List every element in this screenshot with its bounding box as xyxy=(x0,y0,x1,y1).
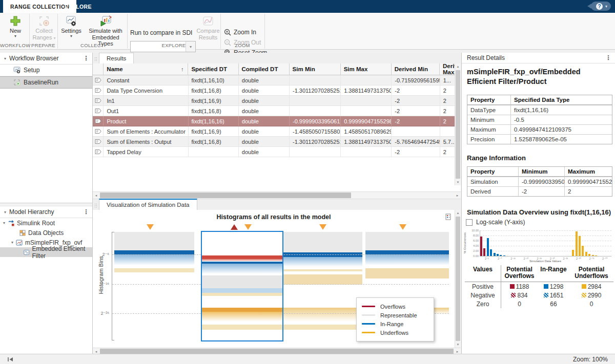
table-row[interactable]: Out1fixdt(1,16,8)double-22 xyxy=(93,106,455,116)
col-derived-max[interactable]: Derived Max xyxy=(440,63,455,75)
legend-item: Overflows xyxy=(362,302,428,311)
histogram-band xyxy=(365,268,449,279)
scroll-down-icon[interactable]: ▼ xyxy=(455,341,461,348)
kebab-menu-icon[interactable]: ⋮ xyxy=(605,54,611,61)
table-row[interactable]: Sum of Elements : Accumulatorfixdt(1,16,… xyxy=(93,126,455,137)
results-horizontal-scrollbar[interactable]: ◄ ► xyxy=(93,191,461,199)
tab-results[interactable]: Results xyxy=(99,53,134,63)
collapse-icon[interactable]: ▾ xyxy=(4,210,6,215)
scroll-up-icon[interactable]: ▲ xyxy=(455,210,461,216)
tab-explore[interactable]: EXPLORE xyxy=(57,0,99,13)
cell-name: Sum of Elements : Accumulator xyxy=(104,126,188,136)
collapse-icon[interactable]: ▾ xyxy=(11,240,13,245)
table-row[interactable]: Data Type Conversionfixdt(1,16,8)double-… xyxy=(93,85,455,96)
settings-button[interactable]: Settings ▾ xyxy=(59,15,83,38)
panel-grip-icon[interactable] xyxy=(94,203,97,208)
cell-sim_max: 1.3881149731375073 xyxy=(341,85,392,95)
results-table-header[interactable]: Name↑ Specified DT Compiled DT Sim Min S… xyxy=(93,63,455,75)
new-button[interactable]: New ▾ xyxy=(4,15,27,38)
scroll-right-icon[interactable]: ► xyxy=(454,192,461,199)
col-specified-dt[interactable]: Specified DT xyxy=(188,63,238,75)
tree-item-simulink-root[interactable]: ▾ Simulink Root xyxy=(0,218,92,228)
collapse-icon[interactable]: ▾ xyxy=(4,56,6,61)
chevron-down-icon: ▾ xyxy=(14,34,16,38)
kebab-menu-icon[interactable]: ⋮ xyxy=(83,55,89,62)
col-derived-min[interactable]: Derived Min xyxy=(392,63,440,75)
sidebar: ▾ Workflow Browser ⋮ Setup BaselineRun ▾… xyxy=(0,53,93,354)
underflow-zero-count: 0 xyxy=(569,299,613,308)
col-compiled-dt[interactable]: Compiled DT xyxy=(239,63,290,75)
compare-results-button[interactable]: Compare Results xyxy=(197,15,219,40)
table-row[interactable]: Productfixdt(1,16,16)double-0.9999903395… xyxy=(93,116,455,126)
results-rows: Constantfixdt(1,16,10)double-0.715920956… xyxy=(93,75,455,157)
cell-sim_min: -0.99999033950617... xyxy=(290,116,341,126)
histogram-column[interactable] xyxy=(114,232,194,340)
workflow-browser-header[interactable]: ▾ Workflow Browser ⋮ xyxy=(0,53,92,65)
col-sim-max[interactable]: Sim Max xyxy=(341,63,392,75)
table-row[interactable]: Constantfixdt(1,16,10)double-0.715920956… xyxy=(93,75,455,85)
workflow-item-setup[interactable]: Setup xyxy=(0,65,92,76)
model-hierarchy-header[interactable]: ▾ Model Hierarchy ⋮ xyxy=(0,206,92,218)
col-minimum: Minimum xyxy=(519,167,565,176)
cell-derived_min: -2 xyxy=(392,116,440,126)
log-scale-checkbox[interactable] xyxy=(466,219,473,226)
table-row[interactable]: Precision 1.52587890625e-05 xyxy=(467,134,612,144)
result-details-header[interactable]: Result Details ⋮ xyxy=(462,53,615,63)
scroll-thumb[interactable] xyxy=(456,217,460,341)
table-row[interactable]: Simulation -0.999990339506... 0.99999047… xyxy=(467,177,612,186)
collapse-icon[interactable]: ▾ xyxy=(3,221,5,225)
values-table: Values PotentialOverflows In-Range Poten… xyxy=(465,265,613,308)
cell-derived_max: 2 xyxy=(440,147,455,157)
scroll-up-icon[interactable]: ▲ xyxy=(455,63,461,70)
tree-item-data-objects[interactable]: Data Objects xyxy=(0,228,92,238)
histogram-column-selected[interactable] xyxy=(202,232,282,340)
table-row[interactable]: Minimum -0.5 xyxy=(467,115,612,124)
table-row[interactable]: Tapped Delaydouble-22 xyxy=(93,147,455,157)
workflow-item-baselinerun[interactable]: BaselineRun xyxy=(0,76,92,89)
help-button[interactable]: ? ▾ xyxy=(591,2,611,11)
signal-icon xyxy=(94,108,102,114)
overview-bar xyxy=(585,252,587,256)
visualization-vertical-scrollbar[interactable]: ▲ ▼ xyxy=(455,210,461,348)
histogram-column[interactable] xyxy=(283,232,362,340)
cell-compiled_dt: double xyxy=(239,126,290,136)
table-row[interactable]: Maximum 0.4999847412109375 xyxy=(467,124,612,134)
overview-y-axis-label: % Occurrences xyxy=(463,232,466,253)
gear-icon xyxy=(65,15,77,27)
scroll-left-icon[interactable]: ◄ xyxy=(93,192,99,199)
underflow-marker-icon[interactable] xyxy=(399,224,406,230)
signal-icon xyxy=(94,118,102,124)
table-row[interactable]: DataType fixdt(1,16,16) xyxy=(467,105,612,115)
skip-to-start-icon[interactable] xyxy=(7,357,13,362)
cell-compiled_dt: double xyxy=(239,147,290,157)
overview-bar xyxy=(497,254,499,256)
histogram-band xyxy=(114,254,194,265)
cell-name: Constant xyxy=(104,75,188,85)
simulate-embedded-button[interactable]: Simulate with Embedded Types xyxy=(85,15,126,47)
overflow-marker-icon[interactable] xyxy=(231,224,238,230)
collect-ranges-button[interactable]: Collect Ranges ▾ xyxy=(32,15,56,40)
y-axis-label: Histogram Bins xyxy=(98,256,104,294)
kebab-menu-icon[interactable]: ⋮ xyxy=(83,208,89,216)
results-vertical-scrollbar[interactable]: ▲ ▼ xyxy=(455,63,461,185)
tree-item-subsystem[interactable]: Embedded Efficient Filter xyxy=(0,247,92,257)
scroll-down-icon[interactable]: ▼ xyxy=(455,179,461,185)
col-name[interactable]: Name↑ xyxy=(104,63,188,75)
table-row[interactable]: In1fixdt(1,16,9)double-22 xyxy=(93,96,455,106)
in-range-hatched-swatch xyxy=(544,293,548,297)
cell-name: Data Type Conversion xyxy=(104,85,188,95)
underflow-marker-icon[interactable] xyxy=(319,224,326,230)
scroll-thumb[interactable] xyxy=(456,70,460,179)
tab-visualization[interactable]: Visualization of Simulation Data xyxy=(99,199,197,210)
scroll-thumb[interactable] xyxy=(100,192,351,198)
plot-options-icon[interactable] xyxy=(445,213,451,220)
table-row[interactable]: Derived -2 2 xyxy=(467,186,612,196)
overflow-negative-count: 834 xyxy=(501,291,538,299)
zoom-in-button[interactable]: Zoom In xyxy=(224,28,256,36)
cell-sim_min: -1.301120702852515 xyxy=(290,85,341,95)
panel-grip-icon[interactable] xyxy=(94,57,97,61)
underflow-marker-icon[interactable] xyxy=(147,224,154,230)
col-sim-min[interactable]: Sim Min xyxy=(290,63,341,75)
table-row[interactable]: Sum of Elements : Outputfixdt(1,16,8)dou… xyxy=(93,137,455,147)
underflow-marker-icon[interactable] xyxy=(244,224,252,230)
